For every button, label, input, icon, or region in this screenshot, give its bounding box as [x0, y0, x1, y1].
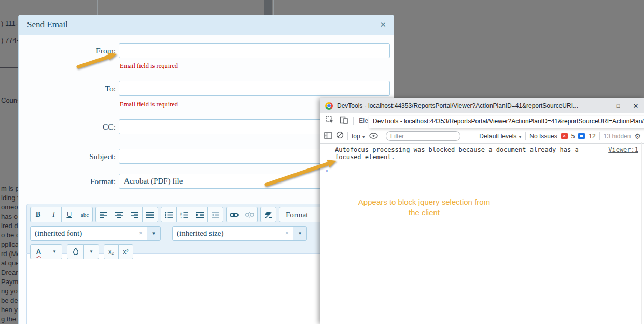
console-sidebar-icon[interactable] — [324, 132, 332, 141]
to-validation-error: Email field is required — [120, 101, 178, 108]
chrome-icon — [325, 102, 333, 110]
close-icon[interactable]: ✕ — [627, 98, 644, 113]
font-name-input[interactable]: (inherited font) × — [30, 226, 147, 241]
paragraph-format-value: Format — [286, 210, 308, 219]
error-count: 5 — [571, 133, 575, 140]
error-badge-icon: ✕ — [561, 133, 568, 139]
devtools-window-title: DevTools - localhost:44353/ReportsPortal… — [337, 102, 592, 109]
highlight-color-split-button: ▼ — [67, 244, 99, 259]
minimize-icon[interactable]: — — [592, 98, 609, 113]
bg-text-fragment: g the a — [1, 315, 19, 323]
bg-text-fragment: o be d — [1, 231, 19, 239]
console-source-link[interactable]: Viewer:1 — [608, 146, 638, 153]
format-select-value: Acrobat (PDF) file — [124, 177, 183, 186]
to-input[interactable] — [119, 81, 390, 96]
highlight-color-button[interactable] — [67, 244, 84, 259]
subscript-button[interactable]: x₂ — [104, 244, 119, 259]
chevron-down-icon[interactable]: ▼ — [293, 226, 307, 241]
divider — [382, 132, 382, 140]
dialog-titlebar[interactable]: Send Email ✕ — [19, 15, 394, 35]
bg-text-fragment: be der — [1, 297, 19, 304]
font-size-input[interactable]: (inherited size) × — [172, 226, 293, 241]
tab-elements[interactable]: Ele — [359, 117, 368, 124]
font-color-split-button: A ▼ — [30, 244, 62, 259]
annotation-line2: the client — [341, 207, 507, 218]
align-justify-icon[interactable] — [142, 207, 158, 222]
increase-indent-icon[interactable] — [192, 207, 208, 222]
clear-console-icon[interactable] — [336, 131, 344, 141]
bg-text-fragment: hen y — [1, 306, 19, 314]
bg-text-fragment: ng you — [1, 287, 19, 295]
inspect-element-icon[interactable] — [326, 116, 334, 126]
decrease-indent-icon[interactable] — [207, 207, 223, 222]
screen-root: ) 111- ) 774- Counse m is pr iding f ome… — [0, 0, 644, 324]
clear-icon[interactable]: × — [281, 229, 289, 237]
issues-label[interactable]: No Issues — [529, 133, 557, 140]
annotation-text: Appears to block jquery selection from t… — [341, 197, 507, 218]
align-center-icon[interactable] — [111, 207, 127, 222]
maximize-icon[interactable]: □ — [609, 98, 627, 113]
font-name-combo: (inherited font) × ▼ — [30, 226, 161, 241]
eye-icon[interactable] — [369, 132, 378, 141]
font-name-value: (inherited font) — [35, 229, 82, 238]
bulleted-list-icon[interactable] — [161, 207, 177, 222]
chevron-down-icon[interactable]: ▼ — [147, 226, 161, 241]
background-divider — [97, 0, 98, 15]
font-size-combo: (inherited size) × ▼ — [172, 226, 307, 241]
bg-horizontal-rule — [0, 67, 18, 68]
message-count: 12 — [589, 133, 595, 140]
bg-text-fragment: omeo — [1, 203, 19, 211]
console-filter-input[interactable] — [386, 131, 460, 141]
bg-text-fragment: pplica — [1, 241, 19, 248]
numbered-list-icon[interactable]: 123 — [176, 207, 192, 222]
insert-link-icon[interactable] — [226, 207, 242, 222]
page-scrollbar-thumb[interactable] — [264, 0, 272, 15]
bg-text-fragment: has cor — [1, 213, 19, 220]
message-badge-icon — [578, 133, 585, 139]
divider — [347, 132, 348, 140]
bg-text-fragment: iding f — [1, 194, 19, 202]
devtools-titlebar[interactable]: DevTools - localhost:44353/ReportsPortal… — [320, 98, 644, 113]
context-selector[interactable]: top▼ — [352, 133, 366, 140]
align-right-icon[interactable] — [127, 207, 143, 222]
strikethrough-button[interactable]: abc — [77, 207, 93, 222]
console-message: Autofocus processing was blocked because… — [335, 146, 608, 161]
format-label: Format: — [19, 177, 116, 186]
bg-text-fragment: rd (Me — [1, 250, 19, 258]
bg-text-fragment: Payme — [1, 278, 19, 286]
close-icon[interactable]: ✕ — [380, 20, 386, 30]
annotation-line1: Appears to block jquery selection from — [341, 197, 507, 207]
italic-button[interactable]: I — [46, 207, 62, 222]
superscript-button[interactable]: x² — [118, 244, 133, 259]
bg-text-fragment: ) 111- — [1, 20, 19, 27]
clear-icon[interactable]: × — [135, 229, 143, 237]
font-color-button[interactable]: A — [30, 244, 47, 259]
chevron-down-icon[interactable]: ▼ — [83, 244, 99, 259]
console-prompt-icon[interactable]: › — [320, 163, 644, 174]
remove-format-icon[interactable] — [260, 207, 276, 222]
divider — [525, 132, 526, 140]
device-toolbar-icon[interactable] — [340, 116, 348, 126]
hidden-messages-label: 13 hidden — [604, 133, 631, 140]
svg-text:3: 3 — [180, 216, 182, 218]
console-toolbar: top▼ Default levels▼ No Issues ✕ 5 12 13… — [320, 129, 644, 144]
bold-button[interactable]: B — [30, 207, 46, 222]
remove-link-icon[interactable] — [242, 207, 258, 222]
log-levels-dropdown[interactable]: Default levels▼ — [479, 133, 522, 140]
devtools-window: DevTools - localhost:44353/ReportsPortal… — [320, 98, 644, 324]
bg-text-fragment: al ques — [1, 259, 19, 267]
gear-icon[interactable]: ⚙ — [634, 132, 641, 140]
font-color-letter: A — [36, 248, 41, 256]
align-left-icon[interactable] — [95, 207, 111, 222]
chevron-down-icon[interactable]: ▼ — [47, 244, 62, 259]
divider — [599, 132, 600, 140]
cc-label: CC: — [19, 122, 116, 132]
from-label: From: — [19, 46, 116, 55]
chevron-down-icon: ▼ — [362, 135, 366, 139]
font-size-value: (inherited size) — [177, 229, 223, 238]
console-scrollbar-track — [641, 142, 642, 324]
underline-button[interactable]: U — [61, 207, 77, 222]
from-input[interactable] — [119, 43, 390, 58]
bg-text-fragment: ) 774- — [1, 36, 19, 44]
bg-text-fragment: Counse — [1, 96, 19, 104]
